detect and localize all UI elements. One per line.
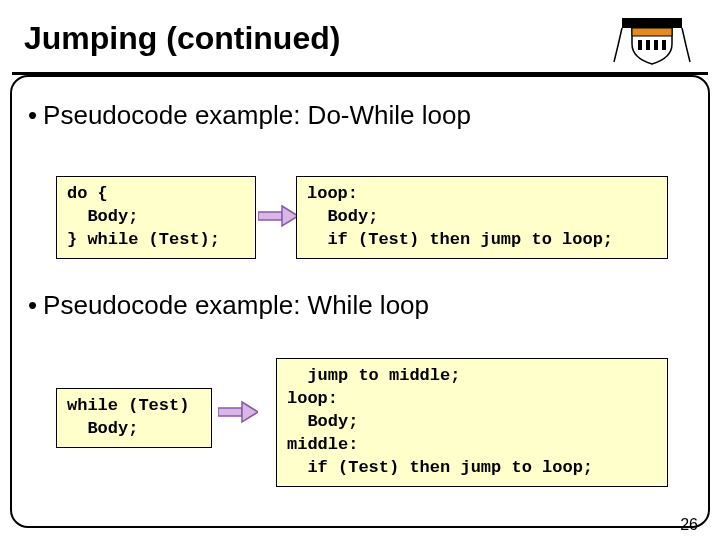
svg-rect-2 (654, 40, 658, 50)
bullet-dowhile: •Pseudocode example: Do-While loop (28, 100, 471, 131)
codebox-while-source: while (Test) Body; (56, 388, 212, 448)
codebox-while-target: jump to middle; loop: Body; middle: if (… (276, 358, 668, 487)
university-shield-icon (612, 12, 692, 68)
bullet-dot-icon: • (28, 290, 37, 320)
svg-rect-5 (258, 212, 282, 220)
bullet-while: •Pseudocode example: While loop (28, 290, 429, 321)
svg-rect-4 (662, 40, 666, 50)
svg-rect-0 (622, 18, 682, 28)
svg-rect-6 (218, 408, 242, 416)
arrow-icon (218, 400, 258, 428)
bullet-dot-icon: • (28, 100, 37, 130)
svg-rect-1 (646, 40, 650, 50)
page-number: 26 (680, 516, 698, 534)
bullet-dowhile-text: Pseudocode example: Do-While loop (43, 100, 471, 130)
codebox-dowhile-target: loop: Body; if (Test) then jump to loop; (296, 176, 668, 259)
codebox-dowhile-source: do { Body; } while (Test); (56, 176, 256, 259)
bullet-while-text: Pseudocode example: While loop (43, 290, 429, 320)
svg-rect-3 (638, 40, 642, 50)
slide: Jumping (continued) •Pseudocode example:… (0, 0, 720, 540)
arrow-icon (258, 204, 298, 232)
page-title: Jumping (continued) (24, 20, 340, 57)
